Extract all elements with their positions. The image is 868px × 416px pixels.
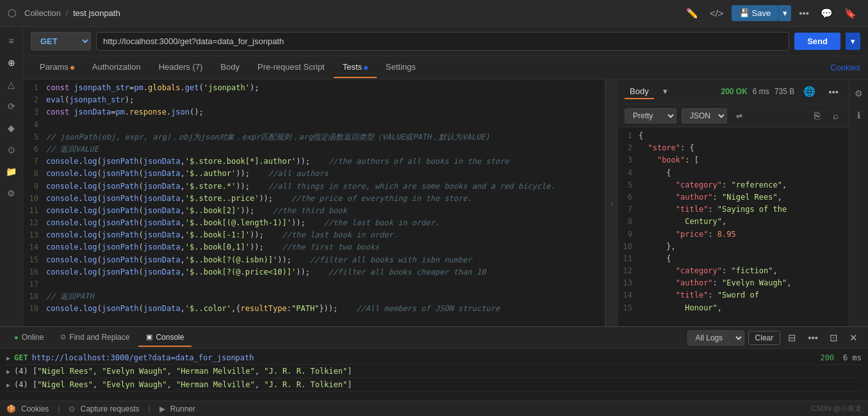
tab-cookies[interactable]: Cookies — [830, 63, 860, 72]
editor-line-4: 4 — [23, 119, 605, 131]
response-size: 735 B — [774, 87, 794, 96]
sidebar-icon-settings[interactable]: ⚙ — [2, 184, 21, 202]
method-select[interactable]: GET POST PUT DELETE — [31, 32, 91, 51]
rline-5: 5 "category": "reference", — [618, 179, 849, 191]
format-json-select[interactable]: JSON XML HTML — [682, 108, 727, 124]
console-tab-findreplace[interactable]: ⊙ Find and Replace — [53, 329, 137, 347]
collapse-editor-btn[interactable]: ‹ — [605, 79, 618, 326]
rline-14: 14 "title": "Sword of — [618, 289, 849, 301]
editor-line-7: 7console.log(jsonPath(jsonData,'$.store.… — [23, 156, 605, 168]
globe-icon-btn[interactable]: 🌐 — [799, 83, 819, 100]
sidebar-icon-folder[interactable]: 📁 — [2, 163, 21, 180]
response-more-btn[interactable]: ••• — [824, 84, 842, 100]
close-console-btn[interactable]: ✕ — [846, 330, 862, 346]
editor-line-14: 14console.log(jsonPath(jsonData,'$..book… — [23, 241, 605, 253]
log-arrow-1[interactable]: ▶ — [6, 367, 10, 375]
format-pretty-select[interactable]: Pretty Raw Preview — [625, 108, 676, 124]
console-body: ▶ GET http://localhost:3000/get?data=dat… — [0, 349, 868, 401]
search-response-btn[interactable]: ⌕ — [829, 108, 842, 124]
more-options-btn[interactable]: ••• — [795, 5, 813, 21]
console-area: ● Online ⊙ Find and Replace ▣ Console Al… — [0, 326, 868, 416]
save-dropdown-btn[interactable]: ▾ — [778, 5, 791, 21]
right-icon-settings[interactable]: ⚙ — [849, 84, 869, 102]
tab-tests[interactable]: Tests — [334, 57, 377, 78]
sidebar-icon-search[interactable]: ⊙ — [2, 141, 21, 159]
response-pane: Body ▾ 200 OK 6 ms 735 B 🌐 ••• Pretty Ra… — [618, 79, 849, 326]
capture-footer-icon[interactable]: ⊙ — [69, 404, 75, 413]
console-tabs: ● Online ⊙ Find and Replace ▣ Console Al… — [0, 327, 868, 349]
log-level-select[interactable]: All Logs Errors Warnings — [687, 330, 744, 346]
sidebar-icon-history[interactable]: △ — [2, 76, 21, 93]
cookies-footer-icon[interactable]: 🍪 — [6, 404, 16, 413]
request-method-badge: GET — [14, 353, 28, 362]
save-label: Save — [752, 8, 771, 18]
topbar-actions: ✏️ </> 💾 Save ▾ ••• 💬 🔖 — [682, 5, 860, 22]
code-icon-btn[interactable]: </> — [706, 5, 728, 21]
comment-icon-btn[interactable]: 💬 — [817, 5, 837, 22]
cookies-footer-label[interactable]: Cookies — [21, 404, 49, 413]
request-url-text: http://localhost:3000/get?data=data_for_… — [32, 353, 254, 362]
console-entry-arrow[interactable]: ▶ — [6, 353, 10, 362]
editor-line-17: 17 — [23, 278, 605, 291]
sidebar-icon-env[interactable]: ◆ — [2, 119, 21, 137]
bookmark-icon-btn[interactable]: 🔖 — [840, 5, 860, 22]
tab-headers[interactable]: Headers (7) — [150, 57, 212, 78]
tab-body[interactable]: Body — [211, 57, 249, 78]
watermark: CSDN @小青龙 — [812, 404, 862, 413]
tab-authorization[interactable]: Authorization — [83, 57, 150, 78]
online-icon: ● — [14, 333, 19, 341]
split-pane: 1const jsonpath_str=pm.globals.get('json… — [23, 79, 868, 326]
clear-console-button[interactable]: Clear — [748, 331, 781, 345]
editor-content[interactable]: 1const jsonpath_str=pm.globals.get('json… — [23, 79, 605, 326]
url-bar: GET POST PUT DELETE Send ▾ — [23, 27, 868, 56]
editor-line-9: 9console.log(jsonPath(jsonData,'$.store.… — [23, 180, 605, 193]
main-layout: ≡ ⊕ △ ⟳ ◆ ⊙ 📁 ⚙ GET POST PUT DELETE Send… — [0, 27, 868, 326]
runner-footer-label[interactable]: Runner — [170, 404, 195, 413]
response-tab-more[interactable]: ▾ — [658, 84, 673, 99]
console-right-actions: All Logs Errors Warnings Clear ⊟ ••• ⊡ ✕ — [687, 330, 862, 346]
minimize-console-btn[interactable]: ⊟ — [784, 330, 800, 346]
save-button[interactable]: 💾 Save — [732, 5, 779, 21]
sidebar-icons: ≡ ⊕ △ ⟳ ◆ ⊙ 📁 ⚙ — [0, 27, 23, 326]
rline-1: 1{ — [618, 130, 849, 142]
console-tab-console[interactable]: ▣ Console — [138, 329, 192, 347]
log-arrow-2[interactable]: ▶ — [6, 380, 10, 388]
top-bar: ⬡ Collection / test jsonpath ✏️ </> 💾 Sa… — [0, 0, 868, 27]
tab-params[interactable]: Params — [31, 57, 83, 78]
capture-footer-label[interactable]: Capture requests — [80, 404, 139, 413]
pop-out-console-btn[interactable]: ⊡ — [826, 330, 842, 346]
send-dropdown-btn[interactable]: ▾ — [846, 33, 860, 50]
rline-2: 2 "store": { — [618, 142, 849, 154]
editor-pane: 1const jsonpath_str=pm.globals.get('json… — [23, 79, 605, 326]
request-status: 200 — [820, 353, 834, 362]
response-header: Body ▾ 200 OK 6 ms 735 B 🌐 ••• — [618, 79, 849, 104]
tab-prerequest[interactable]: Pre-request Script — [249, 57, 334, 78]
console-icon: ▣ — [146, 333, 152, 341]
url-input[interactable] — [96, 32, 789, 51]
copy-response-btn[interactable]: ⎘ — [810, 108, 824, 124]
tab-settings[interactable]: Settings — [377, 57, 425, 78]
response-tab-body[interactable]: Body — [625, 84, 654, 99]
sidebar-icon-menu[interactable]: ≡ — [2, 32, 21, 50]
edit-icon-btn[interactable]: ✏️ — [682, 5, 702, 22]
send-button[interactable]: Send — [794, 33, 840, 50]
right-icons: ⚙ ℹ — [849, 79, 868, 326]
wrap-lines-btn[interactable]: ⇌ — [732, 109, 746, 123]
console-more-btn[interactable]: ••• — [804, 330, 822, 346]
content-area: GET POST PUT DELETE Send ▾ Params Author… — [23, 27, 868, 326]
console-footer: 🍪 Cookies | ⊙ Capture requests | ▶ Runne… — [0, 401, 868, 416]
rline-12: 12 "category": "fiction", — [618, 265, 849, 277]
runner-footer-icon[interactable]: ▶ — [160, 404, 165, 413]
right-icon-info[interactable]: ℹ — [849, 106, 869, 124]
sidebar-icon-refresh[interactable]: ⟳ — [2, 97, 21, 115]
sidebar-icon-new[interactable]: ⊕ — [2, 54, 21, 72]
rline-6: 6 "author": "Nigel Rees", — [618, 191, 849, 204]
save-icon: 💾 — [739, 8, 749, 18]
rline-8: 8 Century", — [618, 216, 849, 228]
console-log-2: (4) ["Nigel Rees", "Evelyn Waugh", "Herm… — [14, 380, 352, 389]
console-tab-console-label: Console — [156, 333, 184, 342]
console-tab-online[interactable]: ● Online — [6, 329, 51, 347]
app-logo: ⬡ — [8, 7, 17, 19]
response-content[interactable]: 1{ 2 "store": { 3 "book": [ 4 { 5 "categ… — [618, 127, 849, 326]
console-tab-online-label: Online — [22, 333, 44, 342]
